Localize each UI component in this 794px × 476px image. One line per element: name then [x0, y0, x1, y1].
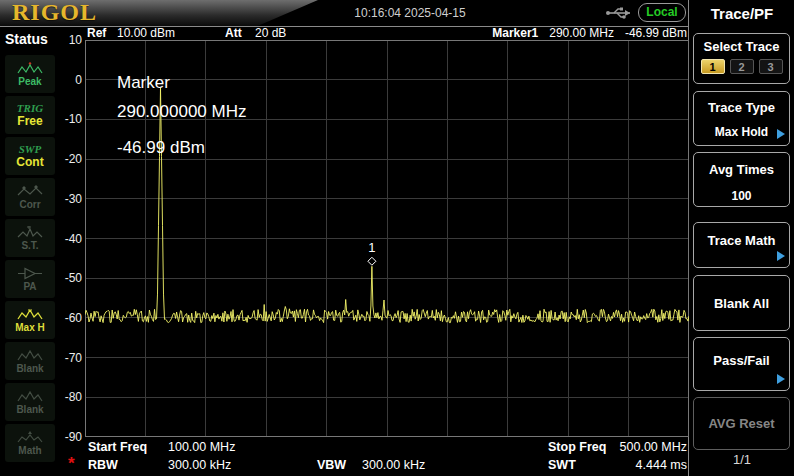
panel-title: Trace/PF	[690, 5, 794, 22]
plot-header: Ref 10.00 dBm Att 20 dB Marker1 290.00 M…	[85, 27, 689, 40]
st-icon	[17, 226, 43, 239]
uncal-flag-icon: *	[68, 455, 75, 473]
status-tile-st: S.T.	[5, 219, 55, 257]
pass-fail-label: Pass/Fail	[694, 353, 789, 368]
status-label-blank-1: Blank	[16, 363, 43, 374]
y-tick-label: -90	[54, 430, 82, 444]
rbw-label: RBW	[88, 456, 118, 474]
trig-mode-label: Free	[17, 115, 42, 128]
swt-value: 4.444 ms	[636, 456, 687, 474]
status-tile-sweep: SWP Cont	[5, 137, 55, 175]
status-tile-pa: PA	[5, 260, 55, 298]
status-label-peak: Peak	[18, 76, 41, 87]
trace-math-label: Trace Math	[694, 233, 789, 248]
bottom-row-freq: Start Freq 100.00 MHz Stop Freq 500.00 M…	[85, 438, 689, 456]
y-tick-label: -50	[54, 271, 82, 285]
select-trace-button[interactable]: Select Trace 1 2 3	[693, 33, 790, 84]
y-tick-label: -20	[54, 152, 82, 166]
trace-2-button[interactable]: 2	[730, 59, 754, 74]
marker-readout: Marker1 290.00 MHz -46.99 dBm	[492, 27, 687, 40]
swp-tag: SWP	[19, 144, 42, 155]
marker-number-label: 1	[368, 240, 375, 255]
avg-reset-button: AVG Reset	[693, 397, 790, 450]
status-label-pa: PA	[23, 281, 36, 292]
avg-times-button[interactable]: Avg Times 100	[693, 152, 790, 207]
avg-reset-label: AVG Reset	[694, 416, 789, 431]
vbw-label: VBW	[317, 456, 346, 474]
marker-overlay-ampl: -46.99 dBm	[117, 133, 246, 162]
max-hold-icon	[17, 308, 43, 321]
trig-tag: TRIG	[17, 103, 43, 114]
stop-freq-label: Stop Freq	[548, 438, 606, 456]
trace-type-label: Trace Type	[694, 100, 789, 115]
y-tick-label: 10	[54, 33, 82, 47]
blank-trace-icon	[17, 390, 43, 403]
local-button[interactable]: Local	[638, 3, 686, 22]
y-tick-label: -60	[54, 311, 82, 325]
y-tick-label: -70	[54, 351, 82, 365]
submenu-arrow-icon	[777, 251, 785, 261]
select-trace-label: Select Trace	[694, 39, 789, 54]
marker-readout-label: Marker1	[492, 27, 538, 40]
trace-type-button[interactable]: Trace Type Max Hold	[693, 91, 790, 146]
timestamp: 10:16:04 2025-04-15	[300, 6, 520, 20]
pass-fail-button[interactable]: Pass/Fail	[693, 337, 790, 391]
marker-diamond-icon	[368, 257, 376, 265]
rigol-logo: RIGOL	[12, 0, 97, 25]
avg-times-value: 100	[694, 189, 789, 203]
status-label-corr: Corr	[19, 199, 40, 210]
ref-label: Ref	[87, 27, 106, 40]
avg-times-label: Avg Times	[694, 162, 789, 177]
y-tick-label: -40	[54, 232, 82, 246]
status-tile-blank-1: Blank	[5, 342, 55, 380]
start-freq-value: 100.00 MHz	[168, 438, 235, 456]
usb-icon	[606, 6, 633, 24]
status-tile-corr: Corr	[5, 178, 55, 216]
start-freq-label: Start Freq	[88, 438, 147, 456]
sweep-mode-label: Cont	[16, 156, 43, 169]
status-tile-maxhold: Max H	[5, 301, 55, 339]
spectrum-analyzer-screen: RIGOL 10:16:04 2025-04-15 Local Status P…	[0, 0, 794, 476]
att-label: Att	[225, 27, 242, 40]
status-tile-list: Peak TRIG Free SWP Cont Corr S.T.	[5, 55, 55, 462]
y-tick-label: 0	[54, 73, 82, 87]
stop-freq-value: 500.00 MHz	[620, 438, 687, 456]
status-label-math: Math	[18, 445, 41, 456]
blank-all-label: Blank All	[694, 296, 789, 311]
vbw-value: 300.00 kHz	[362, 456, 425, 474]
trace-math-button[interactable]: Trace Math	[693, 222, 790, 268]
peak-waveform-icon	[17, 62, 43, 75]
plot-area: 1 Marker 290.000000 MHz -46.99 dBm	[85, 40, 689, 437]
marker-overlay-title: Marker	[117, 68, 246, 97]
status-label-maxhold: Max H	[15, 322, 44, 333]
blank-all-button[interactable]: Blank All	[693, 275, 790, 331]
trace-selector-group: 1 2 3	[694, 59, 789, 74]
softkey-panel: Trace/PF Select Trace 1 2 3 Trace Type M…	[690, 0, 794, 476]
y-tick-label: -80	[54, 390, 82, 404]
trace-3-button[interactable]: 3	[759, 59, 783, 74]
swt-label: SWT	[548, 456, 576, 474]
status-label-blank-2: Blank	[16, 404, 43, 415]
y-tick-label: -10	[54, 112, 82, 126]
att-value: 20 dB	[255, 27, 286, 40]
trace-1-button[interactable]: 1	[701, 59, 725, 74]
menu-page-indicator: 1/1	[690, 452, 794, 467]
status-tile-peak: Peak	[5, 55, 55, 93]
blank-trace-icon	[17, 349, 43, 362]
status-label-st: S.T.	[21, 240, 38, 251]
ref-value: 10.00 dBm	[117, 27, 175, 40]
submenu-arrow-icon	[777, 129, 785, 139]
bottom-row-bw: RBW 300.00 kHz VBW 300.00 kHz SWT 4.444 …	[85, 456, 689, 474]
rbw-value: 300.00 kHz	[168, 456, 231, 474]
math-trace-icon	[17, 431, 43, 444]
status-tile-trigger: TRIG Free	[5, 96, 55, 134]
status-tile-blank-2: Blank	[5, 383, 55, 421]
marker-overlay: Marker 290.000000 MHz -46.99 dBm	[117, 68, 246, 162]
marker-readout-ampl: -46.99 dBm	[625, 27, 687, 40]
status-tile-math: Math	[5, 424, 55, 462]
corr-icon	[17, 185, 43, 198]
y-tick-label: -30	[54, 192, 82, 206]
preamp-icon	[17, 267, 43, 280]
submenu-arrow-icon	[777, 374, 785, 384]
marker-readout-freq: 290.00 MHz	[549, 27, 614, 40]
